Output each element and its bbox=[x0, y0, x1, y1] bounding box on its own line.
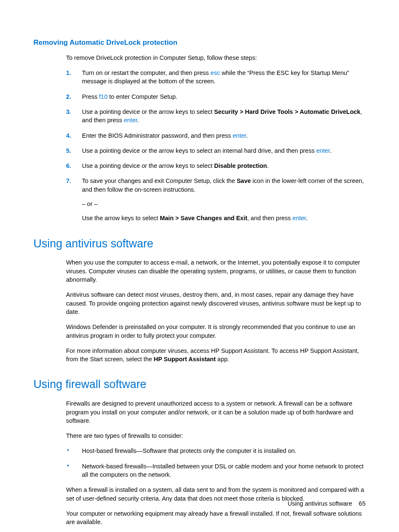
antivirus-heading: Using antivirus software bbox=[33, 236, 366, 252]
option-disable: Disable protection bbox=[214, 162, 267, 169]
step-text: , and then press bbox=[247, 215, 292, 221]
antivirus-p4: For more information about computer viru… bbox=[66, 347, 366, 364]
step-text: . bbox=[137, 117, 139, 123]
step-text: . bbox=[306, 215, 308, 221]
antivirus-p1: When you use the computer to access e-ma… bbox=[66, 258, 366, 284]
steps-list: Turn on or restart the computer, and the… bbox=[66, 69, 366, 223]
antivirus-p3: Windows Defender is preinstalled on your… bbox=[66, 323, 366, 340]
firewall-types-list: Host-based firewalls—Software that prote… bbox=[66, 447, 366, 479]
firewall-heading: Using firewall software bbox=[33, 377, 366, 393]
key-enter: enter bbox=[316, 147, 330, 154]
step-text: Enter the BIOS Administrator password, a… bbox=[82, 132, 233, 139]
step-text: To save your changes and exit Computer S… bbox=[82, 177, 237, 184]
firewall-p2: There are two types of firewalls to cons… bbox=[66, 432, 366, 440]
text: app. bbox=[216, 356, 229, 362]
key-enter: enter bbox=[124, 117, 137, 123]
step-text: Use a pointing device or the arrow keys … bbox=[82, 108, 214, 115]
step-text: to enter Computer Setup. bbox=[107, 93, 177, 100]
or-divider: – or – bbox=[82, 200, 366, 208]
step-5: Use a pointing device or the arrow keys … bbox=[66, 146, 366, 155]
page-number: 65 bbox=[359, 500, 366, 507]
footer-label: Using antivirus software bbox=[288, 500, 352, 507]
step-text: . bbox=[246, 132, 248, 139]
menu-path: Security > Hard Drive Tools > Automatic … bbox=[214, 108, 361, 115]
key-esc: esc bbox=[210, 69, 220, 76]
step-6: Use a pointing device or the arrow keys … bbox=[66, 162, 366, 170]
step-4: Enter the BIOS Administrator password, a… bbox=[66, 131, 366, 140]
removing-drivelock-intro: To remove DriveLock protection in Comput… bbox=[66, 54, 366, 62]
step-text: Press bbox=[82, 93, 99, 100]
save-icon-label: Save bbox=[237, 177, 251, 184]
key-f10: f10 bbox=[99, 93, 107, 100]
antivirus-p2: Antivirus software can detect most virus… bbox=[66, 290, 366, 316]
step-7: To save your changes and exit Computer S… bbox=[66, 177, 366, 222]
firewall-p1: Firewalls are designed to prevent unauth… bbox=[66, 399, 366, 425]
step-1: Turn on or restart the computer, and the… bbox=[66, 69, 366, 86]
step-text: . bbox=[267, 162, 269, 169]
removing-drivelock-heading: Removing Automatic DriveLock protection bbox=[33, 38, 366, 48]
firewall-p4: Your computer or networking equipment ma… bbox=[66, 509, 366, 527]
page-footer: Using antivirus software 65 bbox=[288, 499, 366, 508]
hp-support-assistant: HP Support Assistant bbox=[154, 356, 216, 362]
step-3: Use a pointing device or the arrow keys … bbox=[66, 108, 366, 125]
key-enter: enter bbox=[233, 132, 246, 139]
step-text: Use a pointing device or the arrow keys … bbox=[82, 162, 214, 169]
key-enter: enter bbox=[292, 215, 306, 221]
step-text: Use the arrow keys to select bbox=[82, 215, 160, 221]
step-2: Press f10 to enter Computer Setup. bbox=[66, 93, 366, 101]
step-text: Use a pointing device or the arrow keys … bbox=[82, 147, 316, 154]
list-item: Host-based firewalls—Software that prote… bbox=[66, 447, 366, 455]
step-text: Turn on or restart the computer, and the… bbox=[82, 69, 210, 76]
menu-path-exit: Main > Save Changes and Exit bbox=[160, 215, 247, 221]
step-text: . bbox=[330, 147, 331, 154]
list-item: Network-based firewalls—Installed betwee… bbox=[66, 462, 366, 479]
